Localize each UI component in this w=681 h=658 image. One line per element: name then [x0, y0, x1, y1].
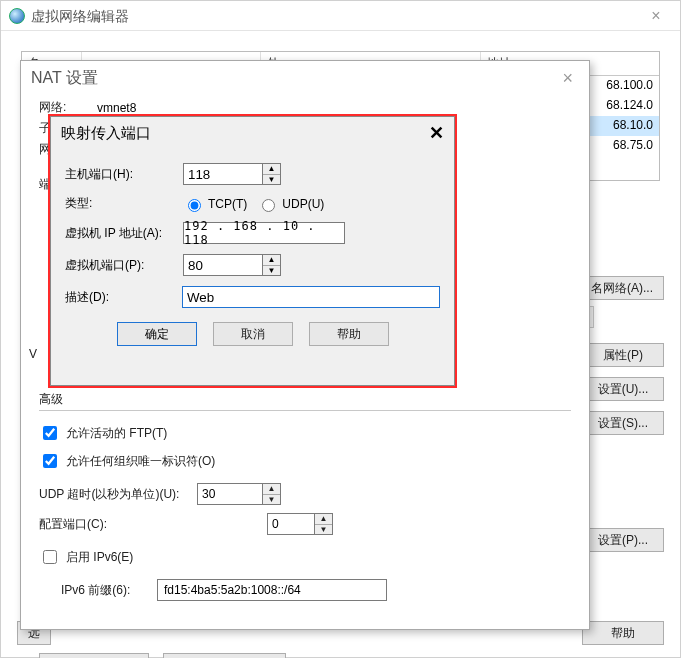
rename-network-button[interactable]: 名网络(A)...: [580, 276, 664, 300]
ipv6-prefix-field: IPv6 前缀(6):: [61, 579, 571, 601]
settings-p-button[interactable]: 设置(P)...: [582, 528, 664, 552]
udp-timeout-label: UDP 超时(以秒为单位)(U):: [39, 486, 189, 503]
ipv6-prefix-label: IPv6 前缀(6):: [61, 582, 149, 599]
ftp-checkbox-label: 允许活动的 FTP(T): [66, 425, 167, 442]
host-port-input[interactable]: [183, 163, 263, 185]
main-help-button[interactable]: 帮助: [582, 621, 664, 645]
udp-spinner[interactable]: ▲▼: [263, 483, 281, 505]
right-btn-group-2: 属性(P) 设置(U)... 设置(S)...: [582, 343, 664, 435]
ftp-checkbox-input[interactable]: [43, 426, 57, 440]
cfg-port-input[interactable]: [267, 513, 315, 535]
ipv6-checkbox-input[interactable]: [43, 550, 57, 564]
ipv6-prefix-input[interactable]: [157, 579, 387, 601]
nat-network-value: vmnet8: [97, 101, 136, 115]
nat-title-text: NAT 设置: [31, 61, 98, 95]
host-port-spinner[interactable]: ▲▼: [263, 163, 281, 185]
org-checkbox[interactable]: 允许任何组织唯一标识符(O): [39, 451, 215, 471]
port-dialog-buttons: 确定 取消 帮助: [65, 322, 440, 346]
cfg-port-field: 配置端口(C): ▲▼: [39, 513, 571, 535]
port-mapping-dialog: 映射传入端口 ✕ 主机端口(H): ▲▼ 类型: TCP(T) UDP(U): [50, 116, 455, 386]
tcp-radio-input[interactable]: [188, 199, 201, 212]
udp-radio-input[interactable]: [262, 199, 275, 212]
vm-port-row: 虚拟机端口(P): ▲▼: [65, 254, 440, 276]
right-btn-group-1: 名网络(A)...: [580, 276, 664, 300]
port-help-button[interactable]: 帮助: [309, 322, 389, 346]
vm-port-spinner[interactable]: ▲▼: [263, 254, 281, 276]
netbios-settings-button[interactable]: NetBIOS 设置(N)...: [163, 653, 286, 658]
nat-network-label: 网络:: [39, 99, 93, 116]
ftp-checkbox[interactable]: 允许活动的 FTP(T): [39, 423, 167, 443]
udp-radio-label: UDP(U): [282, 197, 324, 211]
desc-row: 描述(D):: [65, 286, 440, 308]
tcp-radio-label: TCP(T): [208, 197, 247, 211]
vm-port-input[interactable]: [183, 254, 263, 276]
vm-port-label: 虚拟机端口(P):: [65, 257, 183, 274]
nat-close-button[interactable]: ×: [556, 61, 579, 95]
ipv6-checkbox[interactable]: 启用 IPv6(E): [39, 547, 133, 567]
udp-radio[interactable]: UDP(U): [257, 196, 324, 212]
udp-timeout-field: UDP 超时(以秒为单位)(U): ▲▼: [39, 483, 571, 505]
nat-network-row: 网络: vmnet8: [39, 99, 571, 116]
main-titlebar: 虚拟网络编辑器 ×: [1, 1, 680, 31]
properties-button[interactable]: 属性(P): [582, 343, 664, 367]
org-checkbox-label: 允许任何组织唯一标识符(O): [66, 453, 215, 470]
udp-timeout-input[interactable]: [197, 483, 263, 505]
nat-advanced-title: 高级: [39, 391, 571, 408]
desc-input[interactable]: [182, 286, 440, 308]
main-title-text: 虚拟网络编辑器: [31, 1, 129, 31]
port-dialog-body: 主机端口(H): ▲▼ 类型: TCP(T) UDP(U) 虚拟机 IP 地址(…: [51, 149, 454, 358]
ipv6-checkbox-label: 启用 IPv6(E): [66, 549, 133, 566]
desc-label: 描述(D):: [65, 289, 182, 306]
host-port-row: 主机端口(H): ▲▼: [65, 163, 440, 185]
globe-icon: [9, 8, 25, 24]
settings-s-button[interactable]: 设置(S)...: [582, 411, 664, 435]
ok-button[interactable]: 确定: [117, 322, 197, 346]
cfg-port-label: 配置端口(C):: [39, 516, 189, 533]
port-dialog-titlebar: 映射传入端口 ✕: [51, 117, 454, 149]
vm-ip-label: 虚拟机 IP 地址(A):: [65, 225, 183, 242]
right-btn-group-3: 设置(P)...: [582, 528, 664, 552]
org-checkbox-input[interactable]: [43, 454, 57, 468]
nat-titlebar: NAT 设置 ×: [21, 61, 589, 95]
type-row: 类型: TCP(T) UDP(U): [65, 195, 440, 212]
port-dialog-close-button[interactable]: ✕: [429, 122, 444, 144]
vm-ip-row: 虚拟机 IP 地址(A): 192 . 168 . 10 . 118: [65, 222, 440, 244]
nat-bottom-buttons: DNS 设置(D)... NetBIOS 设置(N)...: [39, 653, 571, 658]
type-label: 类型:: [65, 195, 183, 212]
port-dialog-title: 映射传入端口: [61, 124, 151, 143]
cfg-port-spinner[interactable]: ▲▼: [315, 513, 333, 535]
vm-ip-input[interactable]: 192 . 168 . 10 . 118: [183, 222, 345, 244]
tcp-radio[interactable]: TCP(T): [183, 196, 247, 212]
bottom-help-wrap: 帮助: [582, 621, 664, 645]
main-close-button[interactable]: ×: [636, 1, 676, 31]
cancel-button[interactable]: 取消: [213, 322, 293, 346]
nat-advanced-rule: [39, 410, 571, 411]
dns-settings-button[interactable]: DNS 设置(D)...: [39, 653, 149, 658]
settings-u-button[interactable]: 设置(U)...: [582, 377, 664, 401]
host-port-label: 主机端口(H):: [65, 166, 183, 183]
